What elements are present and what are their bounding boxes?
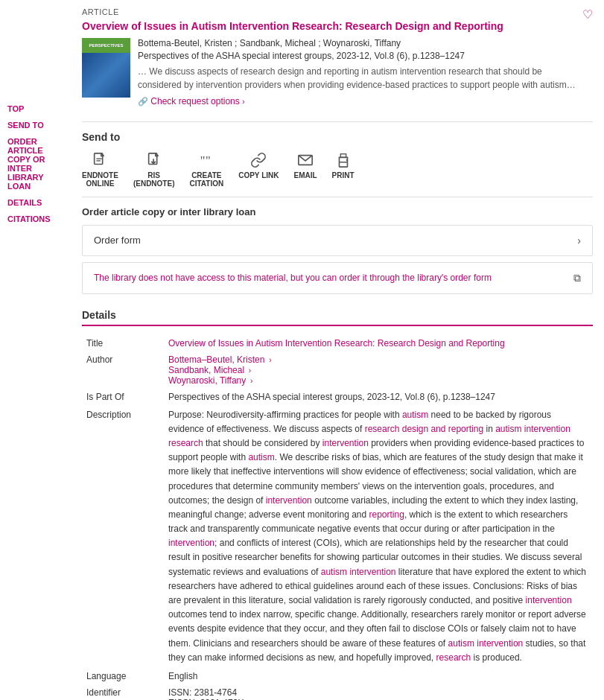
order-form-row[interactable]: Order form › [82,225,593,256]
print-icon [335,152,352,168]
chevron-icon: › [267,356,271,364]
svg-text:": " [200,153,206,167]
article-abstract: … We discuss aspects of research design … [138,65,582,92]
svg-point-10 [346,159,347,161]
order-section-title: Order article copy or inter library loan [82,206,593,217]
article-journal: Perspectives of the ASHA special interes… [138,51,582,61]
endnote-online-button[interactable]: ENDNOTEONLINE [82,152,118,188]
file-icon [92,152,108,168]
article-title[interactable]: Overview of Issues in Autism Interventio… [82,19,582,34]
author-link-2[interactable]: Sandbank, Micheal [168,365,244,375]
order-form-chevron-icon: › [577,235,581,246]
field-value-title: Overview of Issues in Autism Interventio… [164,335,593,351]
endnote-label: ENDNOTEONLINE [82,171,118,188]
desc-link-reporting[interactable]: reporting [369,509,404,520]
field-label-language: Language [82,668,164,684]
table-row: Title Overview of Issues in Autism Inter… [82,335,593,351]
print-button[interactable]: PRINT [332,152,355,179]
article-thumbnail: PERSPECTIVES [82,38,130,98]
copy-link-button[interactable]: COPY LINK [238,152,279,179]
sidebar-item-order[interactable]: ORDER ARTICLE COPY OR INTER LIBRARY LOAN [7,137,67,191]
print-label: PRINT [332,171,355,179]
ris-label: RIS(ENDNOTE) [133,171,175,188]
order-form-label: Order form [94,235,141,246]
desc-link-intervention3[interactable]: intervention [168,538,214,548]
order-library-notice: The library does not have access to this… [82,262,593,294]
sidebar-navigation: TOP SEND TO ORDER ARTICLE COPY OR INTER … [7,104,67,223]
field-value-language: English [164,668,593,684]
favorite-button[interactable]: ♡ [582,7,593,22]
table-row: Language English [82,668,593,684]
desc-link-autism-intervention3[interactable]: autism intervention [448,638,524,649]
send-to-icons-row: ENDNOTEONLINE RIS(ENDNOTE) [82,152,593,188]
author-link-3[interactable]: Woynaroski, Tiffany [168,375,246,386]
field-value-identifier: ISSN: 2381-4764 EISSN: 2381-473X DOI: 10… [164,684,593,700]
ris-icon [146,152,162,168]
quote-icon: " " [198,152,214,168]
field-value-description: Purpose: Neurodiversity-affirming practi… [164,405,593,668]
email-icon [297,152,314,168]
details-table: Title Overview of Issues in Autism Inter… [82,335,593,700]
library-notice-text: The library does not have access to this… [94,272,492,284]
sidebar-item-details[interactable]: DETAILS [7,198,67,207]
desc-link-intervention1[interactable]: intervention [322,438,369,448]
field-value-author: Bottema–Beutel, Kristen › Sandbank, Mich… [164,351,593,389]
ris-button[interactable]: RIS(ENDNOTE) [133,152,175,188]
send-to-section: Send to ENDNOTEONLINE [82,131,593,188]
desc-link-autism1[interactable]: autism [402,410,428,420]
svg-rect-8 [339,162,347,166]
table-row: Identifier ISSN: 2381-4764 EISSN: 2381-4… [82,684,593,700]
desc-link-intervention4[interactable]: intervention [526,595,572,605]
desc-link-research-design[interactable]: research design and reporting [365,424,483,434]
copy-link-label: COPY LINK [238,171,279,179]
sidebar-item-send-to[interactable]: SEND TO [7,121,67,130]
svg-text:": " [206,153,211,167]
title-link[interactable]: Overview of Issues in Autism Interventio… [168,338,505,349]
table-row: Is Part Of Perspectives of the ASHA spec… [82,389,593,405]
author-link-1[interactable]: Bottema–Beutel, Kristen [168,354,264,365]
external-link-icon[interactable]: ⧉ [573,272,581,284]
send-to-title: Send to [82,131,593,143]
field-label-author: Author [82,351,164,389]
field-label-ispartof: Is Part Of [82,389,164,405]
table-row: Author Bottema–Beutel, Kristen › Sandban… [82,351,593,389]
sidebar-item-top[interactable]: TOP [7,104,67,113]
article-type-label: ARTICLE [82,7,582,16]
table-row: Description Purpose: Neurodiversity-affi… [82,405,593,668]
field-label-title: Title [82,335,164,351]
field-label-identifier: Identifier [82,684,164,700]
order-section: Order article copy or inter library loan… [82,206,593,294]
field-label-description: Description [82,405,164,668]
desc-link-autism2[interactable]: autism [248,452,274,462]
article-authors: Bottema-Beutel, Kristen ; Sandbank, Mich… [138,38,582,48]
chevron-icon: › [248,377,252,385]
details-section: Details Title Overview of Issues in Auti… [82,309,593,700]
desc-link-intervention2[interactable]: intervention [266,495,312,506]
citation-label: CREATECITATION [189,171,223,188]
chevron-icon: › [247,366,251,375]
desc-link-research[interactable]: research [436,652,471,663]
field-value-ispartof: Perspectives of the ASHA special interes… [164,389,593,405]
details-section-title: Details [82,309,593,326]
email-button[interactable]: EMAIL [293,152,317,179]
sidebar-item-citations[interactable]: CITATIONS [7,214,67,223]
email-label: EMAIL [293,171,317,179]
link-icon [250,152,267,168]
desc-link-autism-intervention2[interactable]: autism intervention [321,567,396,577]
check-request-link[interactable]: 🔗 Check request options › [138,96,245,106]
create-citation-button[interactable]: " " CREATECITATION [189,152,223,188]
